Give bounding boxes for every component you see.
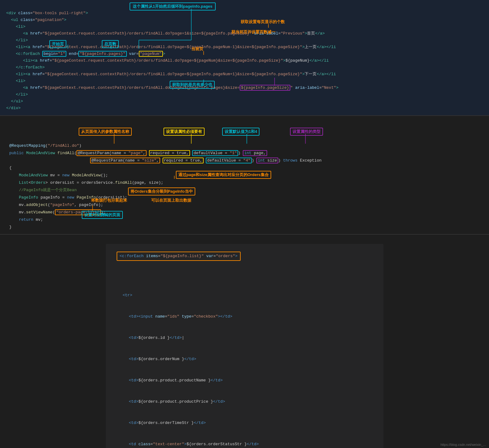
annotation-default-val: 设置默认值为1和4	[222, 128, 259, 136]
middle-code-section: 从页面传入的参数属性名称 设置该属性必须要有 设置默认值为1和4 设置属性的类型…	[0, 116, 489, 234]
bottom-code-section: <c:forEach items="${pageInfo.list}" var=…	[0, 235, 489, 448]
annotation-wrap-orders: 将Orders集合分装到PageInfo当中	[128, 187, 195, 195]
annotation-total-count: 获取到的是共有多少也	[170, 81, 215, 89]
annotation-param-name: 从页面传入的参数属性名称	[79, 128, 132, 136]
annotation-total-pages: 总页数	[102, 40, 119, 48]
annotation-extract: 可以在页面上取出数据	[151, 198, 191, 203]
bottom-code-inner: <c:forEach items="${pageInfo.list}" var=…	[106, 244, 383, 448]
annotation-required: 设置该属性必须要有	[164, 128, 205, 136]
annotation-pack: 将数据打包分装起来	[91, 198, 127, 203]
watermark: https://blog.csdn.net/weixin_...	[441, 443, 486, 446]
annotation-prev-page: 获当前页并设置页数减一	[231, 29, 276, 35]
code-block-top: <div class="box-tools pull-right"> <ul c…	[6, 10, 483, 112]
annotation-loop-desc: 这个属性从1开始然后循环到pageInfo.pages	[130, 2, 216, 10]
annotation-view-name: 设置对应跳转的页面	[82, 211, 123, 219]
annotation-query: 通过page和size属性查询出对应分页的Orders集合	[176, 171, 271, 179]
annotation-start-page: 开始页	[49, 40, 66, 48]
annotation-current-page: 当前页	[191, 46, 203, 52]
annotation-pagesize-desc: 获取设置每页显示的个数	[241, 19, 285, 25]
foreach-line: <c:forEach items="${pageInfo.list}" var=…	[117, 252, 373, 261]
top-code-section: 开始页 总页数 这个属性从1开始然后循环到pageInfo.pages 获取设置…	[0, 0, 489, 115]
java-code-block: @RequestMapping("/findAll.do") public Mo…	[9, 142, 483, 231]
annotation-type: 设置属性的类型	[290, 128, 323, 136]
